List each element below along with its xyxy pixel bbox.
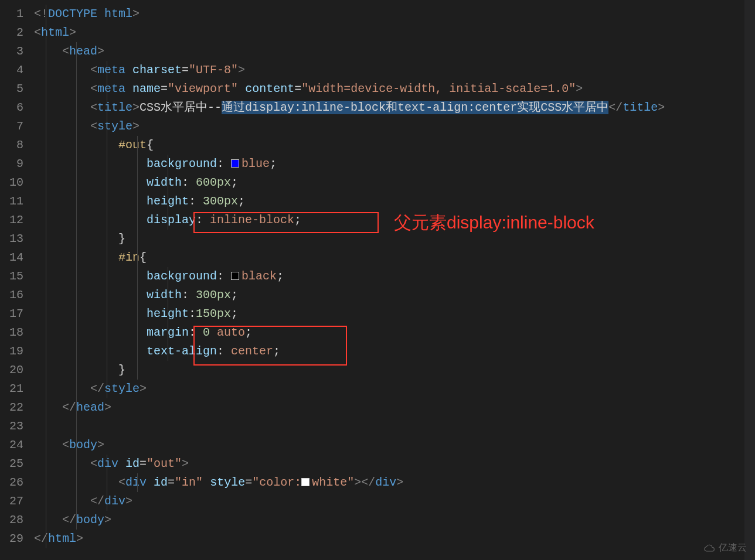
line-number: 25 <box>0 455 23 473</box>
line-number: 26 <box>0 473 23 492</box>
line-number: 8 <box>0 136 23 155</box>
line-number: 16 <box>0 286 23 305</box>
minimap[interactable] <box>744 0 755 560</box>
code-area[interactable]: <!<!DOCTYPE html>DOCTYPE html> <html> <h… <box>34 0 755 560</box>
cloud-icon <box>703 544 715 553</box>
code-editor[interactable]: 1234567891011121314151617181920212223242… <box>0 0 755 560</box>
code-token: < <box>62 45 69 58</box>
line-number: 28 <box>0 511 23 530</box>
line-number: 22 <box>0 398 23 417</box>
code-token: DOCTYPE <box>48 7 104 21</box>
line-number: 29 <box>0 530 23 548</box>
code-token: "UTF-8" <box>189 63 238 77</box>
code-token: charset <box>132 63 182 77</box>
line-number: 3 <box>0 42 23 61</box>
line-number: 21 <box>0 380 23 398</box>
line-number: 9 <box>0 155 23 173</box>
line-number: 27 <box>0 492 23 511</box>
line-number: 1 <box>0 5 23 23</box>
line-number: 10 <box>0 173 23 192</box>
code-token: < <box>90 63 97 77</box>
code-token: > <box>97 45 104 58</box>
code-token: > <box>238 63 245 77</box>
watermark: 亿速云 <box>703 542 747 554</box>
line-number: 24 <box>0 436 23 455</box>
code-token: > <box>132 7 140 21</box>
line-number: 23 <box>0 417 23 436</box>
code-token: html <box>104 7 132 21</box>
code-token: meta <box>97 63 125 77</box>
line-number-gutter: 1234567891011121314151617181920212223242… <box>0 0 34 560</box>
code-token: < <box>34 26 41 39</box>
code-token: head <box>69 45 97 58</box>
line-number: 14 <box>0 248 23 267</box>
line-number: 18 <box>0 323 23 342</box>
color-swatch-icon <box>231 159 239 168</box>
line-number: 4 <box>0 61 23 80</box>
line-number: 5 <box>0 80 23 98</box>
line-number: 7 <box>0 117 23 136</box>
color-swatch-icon <box>231 272 239 280</box>
code-token: > <box>69 26 76 39</box>
selected-text: 通过display:inline-block和text-align:center… <box>222 101 608 114</box>
line-number: 17 <box>0 305 23 323</box>
line-number: 19 <box>0 342 23 361</box>
line-number: 15 <box>0 267 23 286</box>
line-number: 13 <box>0 230 23 248</box>
line-number: 20 <box>0 361 23 380</box>
line-number: 2 <box>0 23 23 42</box>
color-swatch-icon <box>301 478 310 486</box>
line-number: 12 <box>0 211 23 230</box>
line-number: 11 <box>0 192 23 211</box>
line-number: 6 <box>0 98 23 117</box>
